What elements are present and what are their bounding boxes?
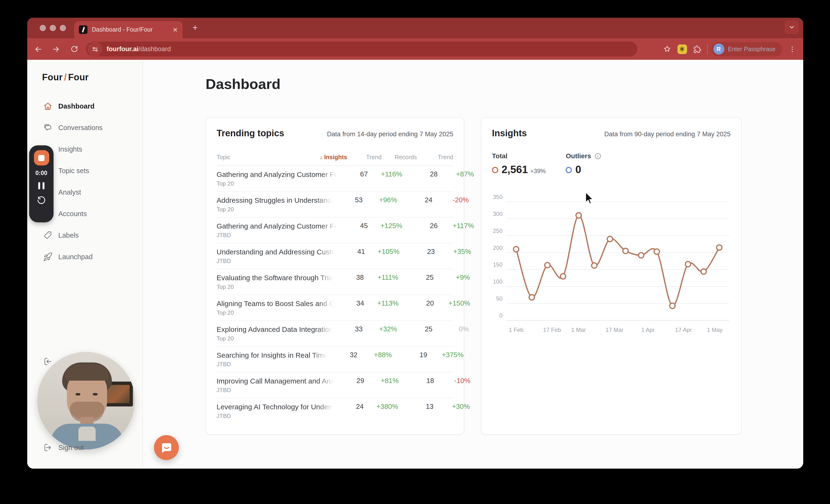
chat-launcher-button[interactable] [154, 435, 179, 460]
topic-cell: Leveraging AI Technology for UndersJTBD [217, 403, 334, 419]
column-header-trend-2[interactable]: Trend [417, 154, 453, 161]
stop-recording-button[interactable] [34, 150, 49, 165]
column-header-insights[interactable]: ↓ Insights [317, 154, 347, 161]
brand-logo: Four/Four [42, 72, 89, 83]
table-row[interactable]: Gathering and Analyzing Customer FeJTBD4… [217, 218, 453, 243]
stat-label: Outliers [566, 152, 591, 160]
back-button[interactable] [32, 43, 44, 55]
chart-point[interactable] [513, 247, 519, 252]
chart-point[interactable] [670, 303, 675, 308]
sidebar-item-label: Labels [58, 231, 78, 239]
tab-search-button[interactable] [785, 21, 799, 34]
stat-value: 2,561 [502, 163, 528, 176]
chart-point[interactable] [685, 261, 691, 267]
records-trend-cell: +30% [434, 403, 470, 410]
sidebar-item-conversations[interactable]: Conversations [27, 117, 142, 138]
extension-asterisk-icon[interactable] [677, 44, 687, 54]
browser-tab[interactable]: Dashboard - Four/Four ✕ [74, 21, 183, 38]
table-row[interactable]: Leveraging AI Technology for UndersJTBD2… [217, 398, 453, 424]
svg-text:0: 0 [500, 312, 503, 319]
table-row[interactable]: Addressing Struggles in UnderstandiTop 2… [217, 192, 453, 218]
browser-menu-icon[interactable] [786, 43, 798, 55]
svg-text:300: 300 [493, 211, 503, 217]
browser-window: Dashboard - Four/Four ✕ + fourf [27, 18, 803, 469]
chart-point[interactable] [654, 249, 659, 254]
macos-close-button[interactable] [40, 25, 46, 31]
insights-card: Insights Data from 90-day period ending … [481, 117, 741, 435]
chart-point[interactable] [576, 213, 581, 218]
new-tab-button[interactable]: + [189, 22, 201, 34]
chart-point[interactable] [701, 269, 706, 274]
chart-point[interactable] [623, 248, 628, 253]
topic-cell: Gathering and Analyzing Customer FeJTBD [217, 222, 338, 239]
sidebar-item-launchpad[interactable]: Launchpad [27, 246, 142, 267]
browser-tabstrip: Dashboard - Four/Four ✕ + [27, 18, 803, 38]
insights-trend-cell: +105% [365, 248, 400, 255]
sidebar-item-dashboard[interactable]: Dashboard [27, 95, 142, 117]
webcam-overlay[interactable] [37, 352, 135, 449]
table-row[interactable]: Exploring Advanced Data IntegrationTop 2… [217, 321, 453, 347]
insights-count-cell: 29 [335, 377, 364, 384]
topic-set-badge: JTBD [217, 361, 328, 368]
tab-close-icon[interactable]: ✕ [172, 26, 178, 33]
records-count-cell: 18 [399, 377, 434, 384]
insights-title: Insights [492, 128, 527, 139]
chart-point[interactable] [639, 253, 644, 258]
table-row[interactable]: Aligning Teams to Boost Sales and CTop 2… [217, 295, 453, 321]
insights-count-cell: 41 [336, 248, 365, 255]
svg-text:200: 200 [493, 245, 503, 251]
sidebar-item-label: Topic sets [58, 167, 89, 174]
forward-button[interactable] [50, 43, 62, 55]
chart-point[interactable] [545, 262, 550, 268]
trending-topics-card: Trending topics Data from 14-day period … [205, 117, 464, 435]
extensions-puzzle-icon[interactable] [691, 43, 703, 55]
profile-avatar: R [713, 43, 724, 55]
chart-point[interactable] [560, 274, 566, 279]
sidebar-item-partial[interactable] [27, 353, 53, 370]
table-row[interactable]: Understanding and Addressing CustoJTBD41… [217, 243, 453, 269]
chart-point[interactable] [592, 263, 597, 268]
table-row[interactable]: Evaluating the Software through TrialTop… [217, 269, 453, 295]
insights-count-cell: 24 [334, 403, 363, 410]
records-count-cell: 20 [398, 300, 434, 307]
series-marker-icon [566, 167, 572, 173]
svg-text:1 Apr: 1 Apr [641, 326, 655, 333]
macos-zoom-button[interactable] [60, 25, 66, 31]
records-trend-cell: +375% [427, 351, 464, 359]
records-count-cell: 28 [402, 170, 438, 178]
pause-recording-button[interactable] [38, 182, 44, 189]
insights-trend-cell: +111% [364, 274, 398, 281]
sign-out-button[interactable]: Sign out [27, 439, 84, 456]
records-trend-cell: 0% [433, 325, 469, 333]
restart-recording-button[interactable] [37, 196, 46, 207]
table-row[interactable]: Gathering and Analyzing Customer FeTop 2… [217, 166, 453, 192]
site-info-icon[interactable] [88, 41, 102, 56]
column-header-records-2[interactable]: Records [382, 154, 417, 161]
topic-cell: Aligning Teams to Boost Sales and CTop 2… [217, 300, 334, 316]
profile-passphrase-pill[interactable]: R Enter Passphrase [711, 42, 782, 56]
table-row[interactable]: Searching for Insights in Real TimeJTBD3… [217, 347, 453, 373]
logo-first-word: Four [42, 72, 63, 82]
chart-point[interactable] [717, 245, 722, 250]
info-icon[interactable] [595, 152, 602, 159]
insights-trend-cell: +113% [364, 300, 398, 307]
sign-out-label: Sign out [58, 444, 84, 451]
table-row[interactable]: Improving Call Management and AnaJTBD29+… [217, 373, 453, 398]
page-title: Dashboard [205, 76, 803, 92]
sidebar-item-labels[interactable]: Labels [27, 224, 142, 246]
insights-trend-cell: +125% [368, 222, 402, 229]
address-bar[interactable]: fourfour.ai/dashboard [86, 41, 637, 56]
svg-text:1 May: 1 May [707, 326, 723, 333]
sidebar-item-label: Insights [58, 145, 82, 153]
tag-icon [43, 230, 53, 240]
chart-point[interactable] [607, 237, 612, 242]
enter-passphrase-label: Enter Passphrase [728, 46, 775, 52]
macos-minimize-button[interactable] [50, 25, 56, 31]
reload-button[interactable] [68, 43, 80, 55]
column-header-trend[interactable]: Trend [347, 154, 382, 161]
column-header-topic[interactable]: Topic [217, 154, 317, 161]
rocket-icon [43, 252, 53, 261]
insights-trend-cell: +81% [364, 377, 399, 384]
bookmark-star-icon[interactable] [661, 43, 673, 55]
chart-point[interactable] [529, 294, 534, 300]
